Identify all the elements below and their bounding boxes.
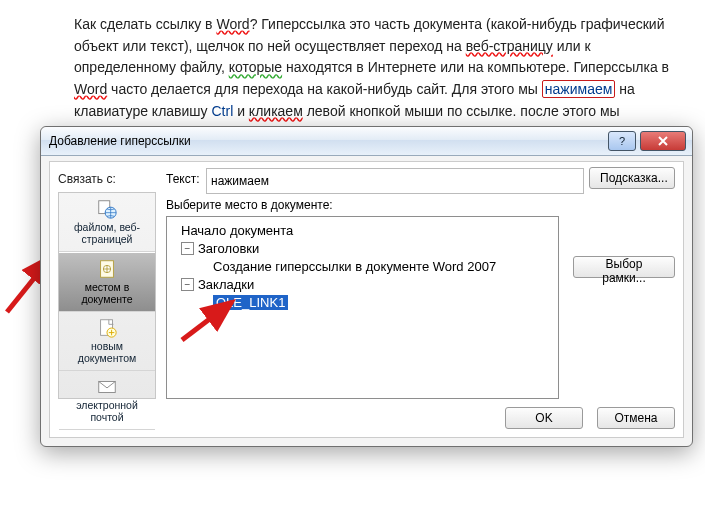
select-place-label: Выберите место в документе: (166, 198, 333, 212)
place-in-document-icon (96, 258, 118, 280)
tree-headings: Заголовки (198, 241, 259, 256)
text-label: Текст: (166, 172, 200, 186)
insert-hyperlink-dialog: Добавление гиперссылки ? Связать с: Текс… (40, 126, 693, 447)
dialog-body: Связать с: Текст: Подсказка... Выберите … (49, 161, 684, 438)
tree-doc-start: Начало документа (181, 223, 293, 238)
tree-bookmark-selected: OLE_LINK1 (213, 295, 288, 310)
screentip-button[interactable]: Подсказка... (589, 167, 675, 189)
link-to-category-bar: файлом, веб-страницей местом в документе… (58, 192, 156, 399)
category-label: местом в документе (62, 282, 152, 305)
tree-bookmarks: Закладки (198, 277, 254, 292)
dialog-title: Добавление гиперссылки (41, 134, 608, 148)
cancel-button[interactable]: Отмена (597, 407, 675, 429)
tree-row[interactable]: − Заголовки (173, 239, 552, 257)
link-to-file-web[interactable]: файлом, веб-страницей (59, 193, 155, 252)
category-label: новым документом (62, 341, 152, 364)
display-text-input[interactable] (206, 168, 584, 194)
tree-row[interactable]: Начало документа (173, 221, 552, 239)
help-button[interactable]: ? (608, 131, 636, 151)
tree-row[interactable]: OLE_LINK1 (173, 293, 552, 311)
titlebar: Добавление гиперссылки ? (41, 127, 692, 156)
link-to-place-in-doc[interactable]: местом в документе (59, 252, 155, 312)
collapse-icon[interactable]: − (181, 242, 194, 255)
email-icon (96, 376, 118, 398)
link-to-email[interactable]: электронной почтой (59, 371, 155, 430)
document-places-tree[interactable]: Начало документа − Заголовки Создание ги… (166, 216, 559, 399)
link-with-label: Связать с: (58, 172, 116, 186)
ok-button[interactable]: OK (505, 407, 583, 429)
collapse-icon[interactable]: − (181, 278, 194, 291)
link-to-new-document[interactable]: новым документом (59, 312, 155, 371)
document-paragraph: Как сделать ссылку в Word? Гиперссылка э… (0, 0, 705, 144)
tree-row[interactable]: Создание гиперссылки в документе Word 20… (173, 257, 552, 275)
target-frame-button[interactable]: Выбор рамки... (573, 256, 675, 278)
category-label: файлом, веб-страницей (62, 222, 152, 245)
tree-row[interactable]: − Закладки (173, 275, 552, 293)
close-icon (657, 136, 669, 146)
category-label: электронной почтой (62, 400, 152, 423)
tree-heading-item: Создание гиперссылки в документе Word 20… (213, 259, 496, 274)
close-button[interactable] (640, 131, 686, 151)
new-document-icon (96, 317, 118, 339)
globe-file-icon (96, 198, 118, 220)
